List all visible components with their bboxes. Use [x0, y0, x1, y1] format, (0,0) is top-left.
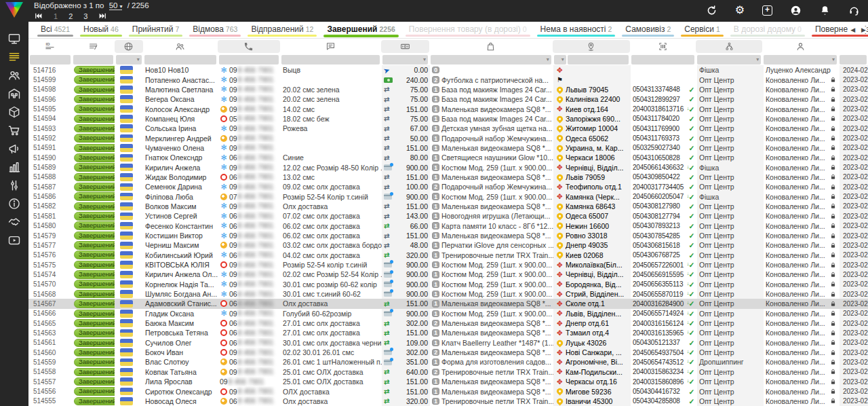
table-row[interactable]: 514586ЗавершенийФіліпова Люба078 456 790…	[28, 191, 868, 201]
table-row[interactable]: 514563ЗавершенийПетровська Тетяна068 456…	[28, 328, 868, 337]
col-header-comment[interactable]	[280, 40, 381, 53]
orders-icon[interactable]	[7, 50, 22, 64]
stats-icon[interactable]	[7, 160, 22, 174]
filter-input[interactable]	[840, 55, 867, 64]
col-header-group[interactable]	[696, 40, 762, 53]
table-row[interactable]: 514599ЗавершенийПотапенко Анастас...✻098…	[28, 75, 868, 84]
tab[interactable]: В дорозі додому0	[727, 22, 808, 38]
table-row[interactable]: 514581ЗавершенийУстинов Сергей✻068 456 7…	[28, 211, 868, 221]
marketing-icon[interactable]	[7, 142, 22, 155]
col-header-status[interactable]	[72, 40, 115, 53]
tab[interactable]: Завершений2256	[320, 22, 401, 38]
table-row[interactable]: 514559ЗавершенийВлас Слотюу068 456 79012…	[28, 357, 868, 367]
tab[interactable]: Всі4521	[34, 22, 77, 38]
table-row[interactable]: 514716ЗавершенийНов10 Нов10✻098 456 7901…	[28, 65, 868, 75]
refresh-icon[interactable]	[706, 5, 717, 16]
table-row[interactable]: 514555ЗавершенийНовосад Олеся068 456 790…	[28, 396, 868, 406]
filter-input[interactable]: ▾	[382, 55, 428, 64]
table-row[interactable]: 514589ЗавершенийКирилич Анжела✻098 456 7…	[28, 162, 868, 172]
tab[interactable]: Сервіси1	[677, 22, 727, 38]
table-row[interactable]: 514556ЗавершенийСиротюк Олександр098 456…	[28, 386, 868, 396]
table-row[interactable]: 514590ЗавершенийГнатюк Олексндр✻068 456 …	[28, 153, 868, 162]
prev-tabs-button[interactable]: ◀	[850, 26, 855, 33]
col-header-id[interactable]: ID	[28, 40, 72, 53]
filter-input[interactable]	[631, 55, 695, 64]
col-header-country[interactable]	[115, 40, 143, 53]
table-row[interactable]: 514567ЗавершенийАдамовский Станис...068 …	[28, 299, 868, 308]
first-page-button[interactable]	[34, 12, 43, 20]
table-row[interactable]: 514598ЗавершенийМалютина Светлана✻098 45…	[28, 85, 868, 94]
filter-input[interactable]	[219, 55, 279, 64]
table-row[interactable]: 514582ЗавершенийВолков Максим✻098 456 79…	[28, 202, 868, 211]
table-row[interactable]: 514577ЗавершенийЧерниш Максим098 456 790…	[28, 240, 868, 250]
col-header-product[interactable]	[429, 40, 553, 53]
filter-input[interactable]: ▾	[697, 55, 761, 64]
info-icon[interactable]	[7, 197, 22, 210]
filter-input[interactable]	[281, 55, 380, 64]
col-header-payment[interactable]	[381, 40, 429, 53]
table-row[interactable]: 514588ЗавершенийЖидак Володимир068 456 7…	[28, 172, 868, 182]
last-page-button[interactable]	[98, 12, 107, 20]
table-row[interactable]: 514594ЗавершенийКомпанец Юля058 456 7901…	[28, 114, 868, 124]
page-number[interactable]: 2	[68, 12, 73, 20]
table-row[interactable]: 514570ЗавершенийКорнелюк Надія Та...✻098…	[28, 280, 868, 289]
filter-input[interactable]: ▾	[764, 55, 837, 64]
col-header-tracking[interactable]	[630, 40, 696, 53]
support-icon[interactable]	[848, 5, 860, 16]
page-number[interactable]: 3	[83, 12, 87, 20]
table-row[interactable]: 514595ЗавершенийКолосок Александр098 456…	[28, 104, 868, 113]
col-header-delivery[interactable]	[553, 40, 630, 53]
per-page-dropdown[interactable]: 50▾	[109, 1, 123, 10]
gear-icon[interactable]: ⚙	[735, 5, 745, 16]
table-row[interactable]: 514561ЗавершенийСучилов Олег068 456 7901…	[28, 338, 868, 348]
table-row[interactable]: 514566ЗавершенийГладик Оксана✻098 456 79…	[28, 309, 868, 318]
filter-input[interactable]	[144, 55, 216, 64]
next-tabs-button[interactable]: ▶	[861, 26, 866, 33]
table-row[interactable]: 514558ЗавершенийКовпак Татьяна098 456 79…	[28, 367, 868, 377]
col-header-manager[interactable]	[762, 40, 838, 53]
warehouse-icon[interactable]	[7, 87, 22, 100]
table-row[interactable]: 514568ЗавершенийШумляс Богдана Ан...✻068…	[28, 289, 868, 299]
add-icon[interactable]: +	[762, 5, 772, 16]
tab[interactable]: Новый46	[77, 22, 125, 38]
table-row[interactable]: 514575ЗавершенийКВІТОВСЬКА ЮЛІЯ098 456 7…	[28, 260, 868, 270]
table-row[interactable]: 514593ЗавершенийСольська Ірина✻098 456 7…	[28, 124, 868, 133]
tab[interactable]: Відправлений12	[244, 22, 320, 38]
table-row[interactable]: 514576ЗавершенийКобилинський Юрий✻068 45…	[28, 251, 868, 260]
tutorials-icon[interactable]	[7, 234, 22, 247]
tools-icon[interactable]	[7, 179, 22, 192]
filter-input[interactable]: ▾	[431, 55, 551, 64]
table-row[interactable]: 514591ЗавершенийЧумаченко Олена✻098 456 …	[28, 143, 868, 153]
cart-icon[interactable]	[7, 124, 22, 137]
table-row[interactable]: 514574ЗавершенийКирилич Анжела Ол...✻098…	[28, 270, 868, 279]
table-row[interactable]: 514579ЗавершенийКостишин Виктор✻098 456 …	[28, 231, 868, 240]
table-row[interactable]: 514587ЗавершенийСеменюк Дарина✻098 456 7…	[28, 182, 868, 191]
table-row[interactable]: 514596ЗавершенийВегера Оксана✻098 456 79…	[28, 94, 868, 104]
table-row[interactable]: 514592ЗавершенийМерклингер Андрей098 456…	[28, 133, 868, 143]
filter-input[interactable]: ▾	[116, 55, 142, 64]
notifications-icon[interactable]	[819, 5, 831, 16]
tab[interactable]: Відмова763	[186, 22, 244, 38]
tab[interactable]: Самовивіз2	[618, 22, 677, 38]
col-header-phone[interactable]	[218, 40, 281, 53]
products-icon[interactable]	[7, 105, 22, 119]
col-header-date[interactable]	[838, 40, 868, 53]
filter-input[interactable]	[30, 55, 71, 64]
account-icon[interactable]	[790, 5, 802, 16]
tab[interactable]: Прийнятий7	[125, 22, 186, 38]
table-row[interactable]: 514580ЗавершенийФесенко Константин✻068 4…	[28, 221, 868, 231]
customers-icon[interactable]	[7, 69, 22, 82]
tab[interactable]: Повернення товару (в дорозі)0	[402, 22, 534, 38]
table-row[interactable]: 514565ЗавершенийБаюка Максим068 456 7901…	[28, 318, 868, 328]
col-header-customer[interactable]	[143, 40, 218, 53]
filter-input[interactable]: ▾	[554, 55, 566, 64]
dashboard-icon[interactable]	[7, 32, 22, 45]
table-row[interactable]: 514560ЗавершенийБокоч Иван098 456 790102…	[28, 348, 868, 357]
tab[interactable]: Нема в наявності2	[534, 22, 619, 38]
filter-input[interactable]	[568, 55, 629, 64]
partners-icon[interactable]	[7, 215, 22, 229]
filter-input[interactable]	[73, 55, 113, 64]
app-logo-icon[interactable]	[5, 2, 23, 18]
table-row[interactable]: 514557ЗавершенийЛила Ярослав098 456 7901…	[28, 377, 868, 386]
page-number[interactable]: 1	[54, 12, 58, 20]
